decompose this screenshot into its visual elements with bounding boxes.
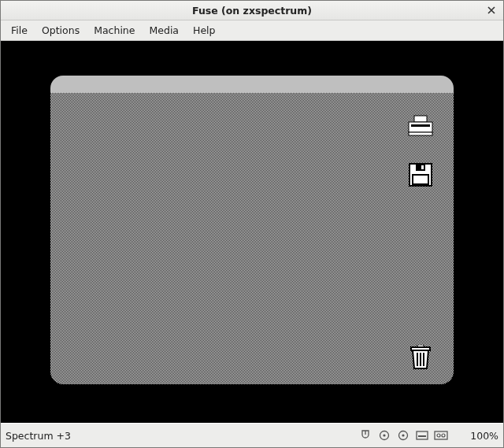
menu-options[interactable]: Options [35, 21, 87, 39]
status-machine: Spectrum +3 [6, 430, 358, 442]
status-speed: 100% [462, 430, 498, 442]
titlebar: Fuse (on zxspectrum) [1, 1, 503, 20]
app-window: Fuse (on zxspectrum) File Options Machin… [0, 0, 504, 448]
menu-help[interactable]: Help [186, 21, 223, 39]
microdrive-indicator [415, 429, 429, 442]
menu-file[interactable]: File [4, 21, 35, 39]
gem-titlebar [50, 76, 454, 93]
svg-rect-2 [411, 124, 430, 127]
printer-icon [406, 115, 435, 137]
emulated-screen [50, 76, 454, 384]
disk-a-icon [379, 430, 390, 441]
svg-point-16 [402, 434, 404, 436]
svg-rect-0 [414, 116, 427, 122]
disk-b-icon [398, 430, 409, 441]
tape-indicator [434, 429, 448, 442]
window-title: Fuse (on zxspectrum) [1, 5, 503, 17]
floppy-icon [409, 163, 432, 187]
device-icons [358, 429, 448, 442]
emulator-display[interactable] [1, 41, 503, 423]
menubar: File Options Machine Media Help [1, 20, 503, 41]
desktop-printer-item[interactable] [405, 112, 436, 140]
menu-machine[interactable]: Machine [87, 21, 142, 39]
desktop-trash-item[interactable] [405, 343, 436, 372]
microdrive-icon [416, 431, 428, 440]
svg-rect-18 [418, 435, 426, 437]
desktop-floppy-item[interactable] [405, 161, 436, 189]
svg-rect-3 [409, 132, 432, 135]
disk-b-indicator [396, 429, 410, 442]
mouse-icon [361, 430, 370, 441]
svg-rect-6 [421, 165, 424, 169]
svg-point-21 [442, 434, 445, 437]
svg-point-20 [437, 434, 440, 437]
tape-icon [434, 431, 448, 440]
gem-desktop [50, 93, 454, 384]
statusbar: Spectrum +3 [1, 423, 503, 447]
svg-rect-1 [409, 122, 432, 132]
menu-media[interactable]: Media [142, 21, 186, 39]
close-button[interactable] [484, 3, 498, 17]
close-icon [487, 6, 495, 14]
svg-point-14 [383, 434, 385, 436]
svg-rect-5 [416, 164, 425, 171]
mouse-indicator [358, 429, 372, 442]
disk-a-indicator [377, 429, 391, 442]
trash-icon [409, 345, 432, 370]
svg-rect-7 [413, 175, 428, 184]
